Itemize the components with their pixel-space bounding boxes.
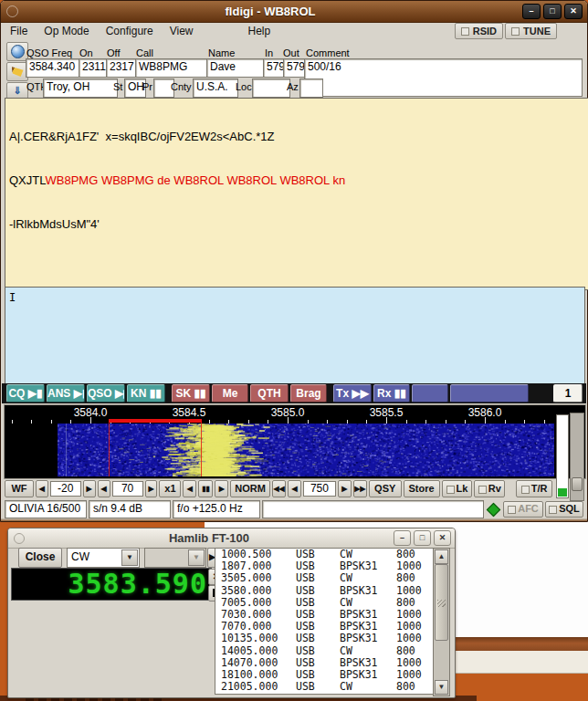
rsid-indicator [461, 27, 469, 36]
memory-list-row[interactable]: 10135.000USBBPSK311000 [215, 633, 433, 644]
fldigi-titlebar[interactable]: fldigi - WB8ROL – □ ✕ [1, 1, 587, 23]
menu-op-mode[interactable]: Op Mode [36, 25, 97, 37]
qsy-button[interactable]: QSY [369, 480, 402, 497]
memory-list-row[interactable]: 7005.000USBCW800 [215, 597, 433, 609]
menu-file[interactable]: File [2, 25, 36, 37]
bandwidth-marker-right-edge [201, 423, 202, 476]
macro-button-kn[interactable]: KN ▮▮ [127, 384, 165, 403]
chevron-down-icon-2[interactable]: ▼ [188, 549, 205, 566]
label-st: St [113, 81, 122, 92]
waterfall-display[interactable] [8, 424, 554, 476]
menu-view[interactable]: View [162, 25, 202, 37]
range-value[interactable]: 70 [112, 481, 143, 497]
mode-combo[interactable]: CW ▼ [67, 548, 140, 568]
macro-button-sk[interactable]: SK ▮▮ [172, 384, 210, 403]
macro-button-1[interactable]: 1 [553, 384, 583, 403]
country-field[interactable]: U.S.A. [193, 78, 238, 98]
carrier-fast-up-button[interactable]: ▶▶ [353, 480, 367, 497]
memory-list-row[interactable]: 14005.000USBCW800 [215, 645, 433, 657]
macro-button-blank-10[interactable] [412, 384, 448, 403]
atten-increase-button[interactable]: ▶ [83, 480, 96, 497]
tune-toggle[interactable]: TUNE [505, 23, 557, 39]
frequency-memory-list[interactable]: 1000.500USBCW8001807.000USBBPSK311000350… [215, 548, 434, 695]
macro-button-ans[interactable]: ANS ▶▮ [47, 384, 85, 403]
macro-button-cq[interactable]: CQ ▶▮ [6, 384, 45, 403]
macro-button-blank-11[interactable] [450, 384, 529, 403]
carrier-frequency-value[interactable]: 750 [303, 481, 336, 497]
macro-button-rx[interactable]: Rx ▮▮ [373, 384, 410, 403]
sql-toggle[interactable]: SQL [545, 501, 583, 518]
hamlib-titlebar[interactable]: Hamlib FT-100 – □ ✕ [8, 528, 455, 549]
hamlib-window-icon[interactable] [14, 533, 25, 544]
menu-configure[interactable]: Configure [98, 25, 162, 37]
label-call: Call [136, 47, 153, 58]
carrier-down-button[interactable]: ◀ [288, 480, 301, 497]
mode-status[interactable]: OLIVIA 16/500 [5, 500, 87, 518]
azimuth-field[interactable] [299, 78, 323, 98]
scroll-down-icon[interactable]: ▼ [435, 680, 448, 695]
memory-list-scrollbar[interactable]: ▲ ▼ [433, 548, 450, 696]
locator-field[interactable] [252, 78, 290, 98]
zoom-button[interactable]: x1 [159, 480, 181, 497]
qth-field[interactable]: Troy, OH [43, 78, 118, 98]
rsid-toggle[interactable]: RSID [455, 23, 503, 39]
hamlib-minimize-button[interactable]: – [394, 530, 411, 546]
rig-frequency-display[interactable]: 3583.590 [11, 568, 212, 601]
receive-text-panel[interactable]: A|.CER&RjA1FZ' x=skqIBC/ojFV2EW2s<AbC.*1… [5, 98, 588, 290]
label-comment: Comment [306, 47, 350, 58]
macro-button-qth[interactable]: QTH [250, 384, 289, 403]
scroll-right-button[interactable]: ▶ [215, 480, 228, 497]
call-field[interactable]: WB8PMG [135, 58, 212, 78]
label-loc: Loc [236, 81, 252, 92]
window-bottom-edge [1, 518, 587, 521]
lock-toggle[interactable]: Lk [442, 480, 473, 497]
range-increase-button[interactable]: ▶ [145, 480, 158, 497]
store-button[interactable]: Store [404, 480, 440, 497]
range-decrease-button[interactable]: ◀ [98, 480, 110, 497]
scroll-up-icon[interactable]: ▲ [435, 549, 448, 564]
hamlib-maximize-button[interactable]: □ [414, 530, 431, 546]
macro-button-tx[interactable]: Tx ▶▶ [333, 384, 372, 403]
reverse-toggle[interactable]: Rv [474, 480, 505, 497]
name-field[interactable]: Dave [206, 58, 268, 78]
memory-list-row[interactable]: 21005.000USBCW800 [215, 681, 433, 693]
width-combo[interactable]: ▼ [144, 548, 206, 568]
minimize-button[interactable]: – [522, 4, 541, 19]
waterfall-side-slider[interactable] [570, 413, 584, 501]
macro-button-me[interactable]: Me [212, 384, 248, 403]
window-menu-icon[interactable] [6, 5, 18, 17]
qso-freq-field[interactable]: 3584.340 [26, 58, 84, 78]
hamlib-close-rig-button[interactable]: Close [18, 548, 62, 568]
comment-field[interactable]: 500/16 [304, 58, 583, 97]
label-cnty: Cnty [171, 81, 192, 92]
atten-decrease-button[interactable]: ◀ [36, 480, 48, 497]
chevron-down-icon[interactable]: ▼ [121, 549, 138, 566]
norm-button[interactable]: NORM [230, 480, 270, 497]
macro-button-brag[interactable]: Brag [290, 384, 327, 403]
scroll-pause-button[interactable]: ▮▮ [198, 480, 213, 497]
scroll-left-button[interactable]: ◀ [183, 480, 196, 497]
macro-button-qso[interactable]: QSO ▶▶ [87, 384, 125, 403]
wf-mode-button[interactable]: WF [5, 480, 34, 497]
memory-list-row[interactable]: 14070.000USBBPSK311000 [215, 657, 433, 669]
rx-macro-text: WB8PMG WB8PMG de WB8ROL WB8ROL WB8ROL kn [46, 173, 346, 187]
hamlib-close-button[interactable]: ✕ [434, 530, 451, 546]
transmit-text-panel[interactable]: I [5, 287, 585, 384]
close-button[interactable]: ✕ [564, 4, 583, 19]
desktop: { "colors": { "accent_titlebar": "#7c4a2… [0, 0, 588, 701]
menu-help[interactable]: Help [240, 25, 279, 37]
bandwidth-marker[interactable] [109, 419, 202, 423]
carrier-fast-down-button[interactable]: ◀◀ [272, 480, 286, 497]
slider-thumb[interactable] [572, 477, 583, 491]
memory-list-row[interactable]: 3505.000USBCW800 [215, 572, 433, 584]
mode-combo-value: CW [71, 550, 89, 563]
scrollbar-thumb[interactable] [435, 564, 448, 641]
maximize-button[interactable]: □ [543, 4, 562, 19]
tr-toggle[interactable]: T/R [516, 480, 552, 497]
memory-list-row[interactable]: 3580.000USBBPSK311000 [215, 585, 433, 597]
atten-value[interactable]: -20 [50, 481, 81, 497]
time-off-field[interactable]: 2317 [106, 58, 139, 78]
afc-toggle[interactable]: AFC [503, 501, 543, 518]
carrier-up-button[interactable]: ▶ [338, 480, 352, 497]
macro-bar: CQ ▶▮ANS ▶▮QSO ▶▶KN ▮▮SK ▮▮MeQTHBragTx ▶… [2, 383, 586, 403]
